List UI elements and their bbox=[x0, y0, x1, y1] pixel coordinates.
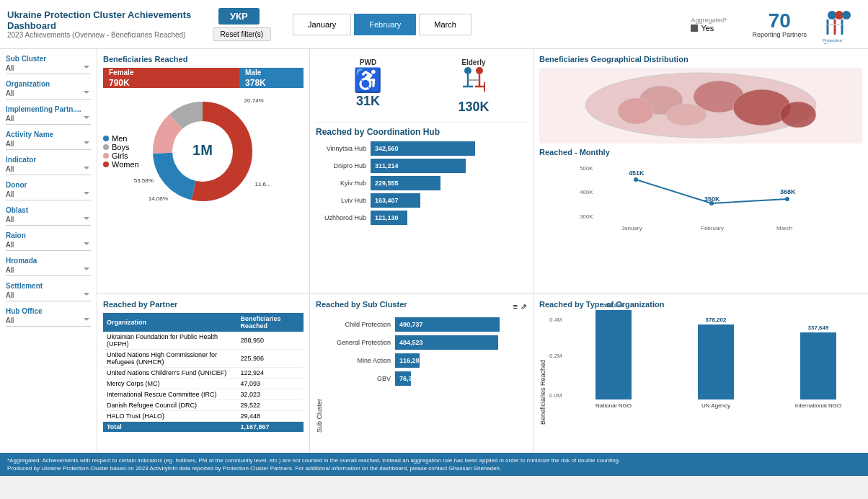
filter-select[interactable]: All bbox=[6, 214, 91, 226]
subcluster-bars: Child Protection 490,737 General Protect… bbox=[326, 317, 527, 433]
female-value: 790K bbox=[109, 78, 133, 88]
pwd-icon: ♿ bbox=[353, 66, 382, 94]
svg-point-16 bbox=[464, 67, 471, 74]
subcluster-label: General Protection bbox=[326, 339, 391, 346]
svg-point-2 bbox=[842, 11, 851, 19]
filter-select[interactable]: All bbox=[6, 189, 91, 200]
men-label: Men bbox=[112, 134, 127, 143]
gender-bar: Female 790K Male 378K bbox=[103, 68, 304, 88]
subcluster-bar: 490,737 bbox=[395, 317, 500, 332]
filter-select[interactable]: All bbox=[6, 290, 91, 301]
subcluster-bar-row: Child Protection 490,737 bbox=[326, 317, 527, 332]
svg-point-30 bbox=[780, 102, 816, 128]
filter-group: Raion All bbox=[6, 231, 91, 251]
monthly-chart: 500K 400K 300K bbox=[539, 159, 862, 239]
ukr-button[interactable]: УКР bbox=[218, 8, 260, 25]
legend-men: Men bbox=[103, 134, 139, 143]
value-cell: 122,924 bbox=[236, 368, 304, 379]
filter-label: Indicator bbox=[6, 156, 91, 164]
svg-text:368K: 368K bbox=[780, 188, 796, 195]
tab-march[interactable]: March bbox=[419, 14, 471, 35]
filter-icon[interactable]: ≡ bbox=[513, 302, 518, 312]
value-cell: 225,986 bbox=[236, 350, 304, 368]
filter-select[interactable]: All bbox=[6, 88, 91, 100]
sidebar: Sub Cluster AllOrganization AllImplement… bbox=[0, 49, 97, 453]
subcluster-panel: Reached by Sub Cluster ≡ ⇗ Sub Cluster C… bbox=[310, 294, 533, 453]
type-org-label: National NGO bbox=[570, 402, 657, 409]
org-cell: United Nations Children's Fund (UNICEF) bbox=[103, 368, 236, 379]
value-cell: 29,522 bbox=[236, 400, 304, 411]
type-org-bar-col: 378,202 bbox=[672, 317, 760, 399]
expand-icon[interactable]: ⇗ bbox=[521, 302, 527, 312]
filter-group: Oblast All bbox=[6, 206, 91, 226]
footer-note: *Aggregated: Achievements with respect t… bbox=[7, 456, 861, 464]
beneficiaries-title: Beneficiaries Reached bbox=[103, 55, 304, 63]
tab-february[interactable]: February bbox=[354, 14, 416, 35]
hub-bar-row: Lviv Hub 163,407 bbox=[316, 193, 527, 208]
subcluster-bar: 116,286 bbox=[395, 353, 420, 368]
subcluster-bar-row: Mine Action 116,286 bbox=[326, 353, 527, 368]
filter-label: Oblast bbox=[6, 206, 91, 214]
svg-point-29 bbox=[618, 98, 654, 124]
subcluster-value: 116,286 bbox=[399, 357, 423, 364]
filter-select[interactable]: All bbox=[6, 63, 91, 74]
filter-select[interactable]: All bbox=[6, 239, 91, 251]
table-row: Mercy Corps (MC)47,093 bbox=[103, 379, 304, 389]
type-org-bars-container: 452,016 378,202 337,649 bbox=[570, 313, 862, 399]
elderly-icon bbox=[458, 66, 489, 100]
pct-men: 20.74% bbox=[244, 97, 264, 104]
total-row: Total1,167,867 bbox=[103, 422, 304, 433]
filter-group: Organization All bbox=[6, 80, 91, 100]
geo-panel: Beneficiaries Geographical Distribution bbox=[533, 49, 868, 293]
dashboard-title: Ukraine Protection Cluster Achievements … bbox=[7, 9, 213, 31]
svg-point-17 bbox=[476, 67, 483, 74]
women-dot-icon bbox=[103, 162, 109, 167]
bar-value-label: 378,202 bbox=[706, 317, 727, 323]
aggregated-section: Aggregated* Yes bbox=[691, 17, 727, 32]
svg-text:350K: 350K bbox=[704, 195, 720, 203]
filter-select[interactable]: All bbox=[6, 138, 91, 150]
hub-bar: 311,214 bbox=[371, 159, 466, 173]
female-label: Female bbox=[109, 69, 133, 76]
tab-january[interactable]: January bbox=[293, 14, 351, 35]
hub-label: Kyiv Hub bbox=[316, 180, 366, 187]
women-label: Women bbox=[112, 160, 139, 169]
dashboard-subtitle: 2023 Achievements (Overview - Beneficiar… bbox=[7, 31, 213, 39]
svg-text:March: March bbox=[776, 225, 792, 231]
filter-label: Sub Cluster bbox=[6, 55, 91, 63]
table-row: HALO Trust (HALO)29,448 bbox=[103, 411, 304, 422]
table-row: United Nations Children's Fund (UNICEF)1… bbox=[103, 368, 304, 379]
subcluster-bar-row: General Protection 484,523 bbox=[326, 335, 527, 350]
subcluster-title: Reached by Sub Cluster bbox=[316, 300, 407, 309]
value-cell: 47,093 bbox=[236, 379, 304, 389]
svg-point-37 bbox=[634, 177, 638, 182]
geo-title: Beneficiaries Geographical Distribution bbox=[539, 55, 862, 63]
svg-text:January: January bbox=[621, 225, 642, 231]
org-cell: Ukrainian Foundation for Public Health (… bbox=[103, 332, 236, 350]
svg-text:451K: 451K bbox=[629, 169, 645, 177]
total-value: 1,167,867 bbox=[236, 422, 304, 433]
table-row: Ukrainian Foundation for Public Health (… bbox=[103, 332, 304, 350]
total-label: Total bbox=[103, 422, 236, 433]
hub-label: Dnipro Hub bbox=[316, 162, 366, 169]
filter-label: Activity Name bbox=[6, 131, 91, 138]
bar-value-label: 337,649 bbox=[808, 324, 829, 331]
hub-bar-row: Kyiv Hub 229,555 bbox=[316, 176, 527, 190]
value-cell: 288,950 bbox=[236, 332, 304, 350]
coordination-hub-section: Reached by Coordination Hub Vinnytsia Hu… bbox=[316, 127, 527, 228]
table-row: Danish Refugee Council (DRC)29,522 bbox=[103, 400, 304, 411]
org-cell: Mercy Corps (MC) bbox=[103, 379, 236, 389]
filter-select[interactable]: All bbox=[6, 265, 91, 276]
filter-select[interactable]: All bbox=[6, 315, 91, 327]
hub-value: 342,560 bbox=[375, 145, 399, 152]
filter-select[interactable]: All bbox=[6, 113, 91, 125]
pwd-section: PWD ♿ 31K bbox=[353, 58, 382, 115]
filter-group: Hub Office All bbox=[6, 307, 91, 327]
subcluster-label: Mine Action bbox=[326, 357, 391, 364]
filter-select[interactable]: All bbox=[6, 164, 91, 175]
org-cell: International Rescue Committee (IRC) bbox=[103, 389, 236, 400]
type-org-bar-col: 337,649 bbox=[774, 324, 862, 399]
reset-button[interactable]: Reset filter(s) bbox=[213, 27, 271, 41]
filter-group: Donor All bbox=[6, 181, 91, 200]
elderly-section: Elderly bbox=[458, 58, 489, 115]
